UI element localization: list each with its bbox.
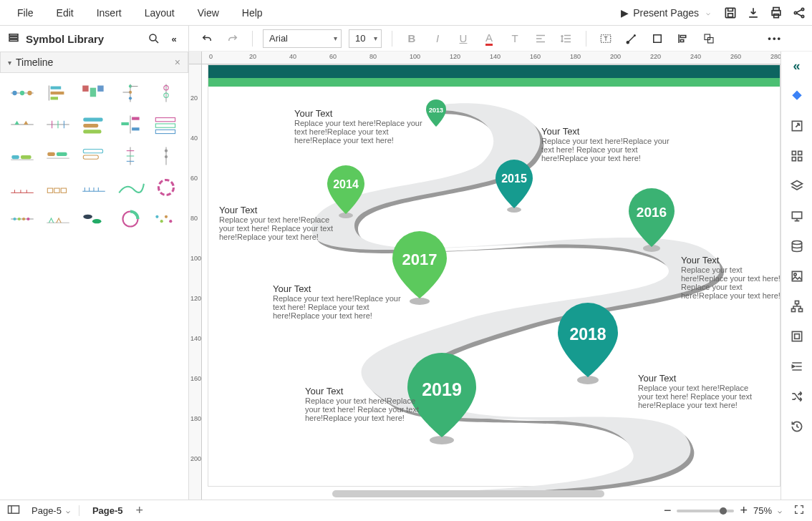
italic-button[interactable]: I [428, 29, 447, 48]
symbol-thumb[interactable] [43, 80, 73, 106]
align-button[interactable] [531, 29, 550, 48]
symbol-thumb[interactable] [151, 112, 181, 137]
symbol-thumb[interactable] [79, 175, 109, 200]
shape-button[interactable] [648, 29, 667, 48]
timeline-text-2015[interactable]: Your Text Replace your text here!Replace… [541, 126, 670, 162]
menu-help[interactable]: Help [231, 1, 274, 24]
line-spacing-button[interactable] [557, 29, 576, 48]
fullscreen-icon[interactable] [793, 504, 805, 517]
symbol-thumb[interactable] [115, 143, 145, 169]
canvas-page[interactable]: 2013 2014 Your Text Replace your text he… [208, 64, 780, 487]
font-family-value: Arial [269, 33, 288, 44]
text-box-button[interactable]: T [596, 29, 615, 48]
svg-point-22 [20, 91, 24, 95]
collapse-right-icon[interactable]: « [787, 56, 807, 76]
symbol-thumb[interactable] [7, 206, 37, 232]
menu-insert[interactable]: Insert [85, 1, 133, 24]
menu-layout[interactable]: Layout [133, 1, 186, 24]
connector-button[interactable] [622, 29, 641, 48]
frame-icon[interactable] [787, 326, 807, 346]
highlight-button[interactable]: T [506, 29, 524, 48]
timeline-text-2014[interactable]: Your Text Replace your text here!Replace… [294, 108, 423, 145]
menu-file[interactable]: File [6, 1, 45, 24]
timeline-node-2018[interactable]: 2018 [552, 301, 624, 388]
timeline-text-2019[interactable]: Your Text Replace your text here!Replace… [305, 386, 420, 422]
sitemap-icon[interactable] [787, 296, 807, 316]
symbol-thumb[interactable] [151, 175, 181, 200]
zoom-slider[interactable] [677, 510, 734, 512]
font-color-button[interactable]: A [480, 29, 498, 48]
timeline-text-2016[interactable]: Your Text Replace your text here!Replace… [681, 255, 788, 300]
timeline-node-2016[interactable]: 2016 [624, 187, 680, 256]
symbol-thumb[interactable] [7, 175, 37, 200]
symbol-thumb[interactable] [151, 143, 181, 169]
symbol-thumb[interactable] [151, 80, 181, 106]
share-icon[interactable] [792, 6, 806, 20]
collapse-left-icon[interactable]: « [167, 31, 181, 46]
sidebar-header: Symbol Library « [0, 26, 189, 52]
shuffle-icon[interactable] [787, 386, 807, 406]
symbol-thumb[interactable] [7, 112, 37, 137]
zoom-in-button[interactable]: + [740, 503, 748, 518]
add-page-button[interactable]: + [136, 503, 144, 518]
panel-timeline-header[interactable]: ▾ Timeline × [0, 52, 188, 73]
timeline-text-alt1[interactable]: Your Text Replace your text here!Replace… [219, 205, 341, 241]
grid-icon[interactable] [787, 146, 807, 166]
symbol-thumb[interactable] [79, 112, 109, 137]
symbol-thumb[interactable] [115, 80, 145, 106]
fill-style-icon[interactable] [787, 86, 807, 106]
group-button[interactable] [700, 29, 718, 48]
timeline-text-2018[interactable]: Your Text Replace your text here!Replace… [638, 373, 753, 409]
present-pages-button[interactable]: ▶ Present Pages ⌵ [617, 4, 715, 21]
print-icon[interactable] [769, 6, 783, 20]
redo-button[interactable] [223, 29, 242, 48]
bold-button[interactable]: B [402, 29, 421, 48]
indent-icon[interactable] [787, 356, 807, 376]
timeline-node-2013[interactable]: 2013 [423, 98, 449, 132]
font-size-select[interactable]: 10 [349, 29, 382, 48]
symbol-thumb[interactable] [43, 175, 73, 200]
history-icon[interactable] [787, 417, 807, 437]
symbol-thumb[interactable] [115, 112, 145, 137]
search-icon[interactable] [147, 31, 161, 46]
svg-rect-16 [680, 35, 686, 37]
symbol-thumb[interactable] [79, 143, 109, 169]
more-options-button[interactable]: ••• [768, 33, 782, 44]
symbol-thumb[interactable] [79, 206, 109, 232]
download-icon[interactable] [746, 6, 760, 20]
zoom-out-button[interactable]: − [664, 503, 672, 518]
font-family-select[interactable]: Arial [263, 29, 342, 48]
menubar: File Edit Insert Layout View Help ▶ Pres… [0, 0, 812, 26]
presentation-icon[interactable] [787, 206, 807, 226]
image-icon[interactable] [787, 266, 807, 286]
timeline-node-2015[interactable]: 2015 [491, 158, 537, 216]
symbol-thumb[interactable] [43, 206, 73, 232]
undo-button[interactable] [198, 29, 216, 48]
page-selector[interactable]: Page-5 ⌵ [27, 505, 79, 516]
export-icon[interactable] [787, 116, 807, 136]
symbol-thumb[interactable] [115, 206, 145, 232]
underline-button[interactable]: U [454, 29, 473, 48]
menu-view[interactable]: View [186, 1, 231, 24]
symbol-thumb[interactable] [7, 80, 37, 106]
svg-rect-30 [98, 86, 104, 92]
page-tab[interactable]: Page-5 [87, 505, 129, 516]
save-icon[interactable] [723, 6, 738, 20]
panel-close-icon[interactable]: × [175, 57, 180, 68]
svg-rect-111 [798, 151, 801, 155]
database-icon[interactable] [787, 236, 807, 256]
symbol-thumb[interactable] [7, 143, 37, 169]
layers-icon[interactable] [787, 176, 807, 196]
symbol-thumb[interactable] [151, 206, 181, 232]
symbol-thumb[interactable] [43, 112, 73, 137]
symbol-thumb[interactable] [115, 175, 145, 200]
zoom-value[interactable]: 75% [753, 505, 772, 516]
symbol-thumb[interactable] [79, 80, 109, 106]
align-objects-button[interactable] [674, 29, 692, 48]
menu-edit[interactable]: Edit [45, 1, 85, 24]
outline-view-icon[interactable] [7, 505, 20, 517]
library-icon [7, 31, 20, 47]
horizontal-scrollbar[interactable] [332, 490, 604, 497]
symbol-thumb[interactable] [43, 143, 73, 169]
timeline-text-2017[interactable]: Your Text Replace your text here!Replace… [273, 283, 402, 320]
